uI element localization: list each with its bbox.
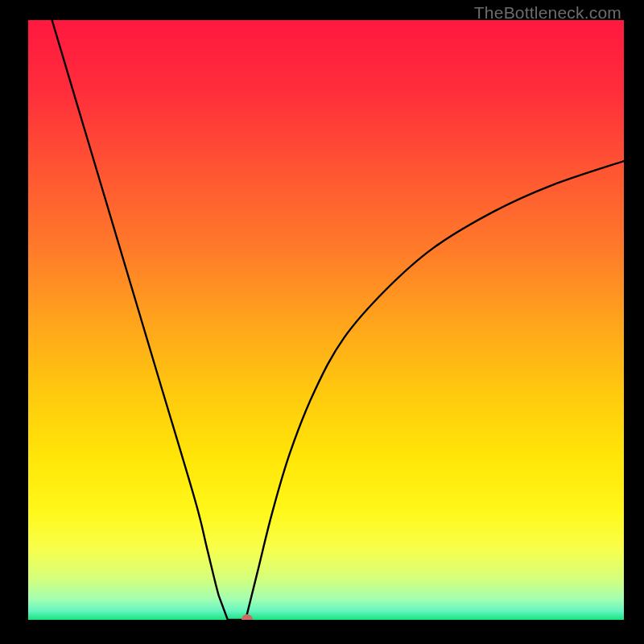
chart-frame: TheBottleneck.com xyxy=(0,0,644,644)
optimal-point-marker xyxy=(242,614,253,620)
bottleneck-curve xyxy=(28,20,624,620)
watermark-text: TheBottleneck.com xyxy=(474,3,621,23)
plot-area xyxy=(28,20,624,620)
